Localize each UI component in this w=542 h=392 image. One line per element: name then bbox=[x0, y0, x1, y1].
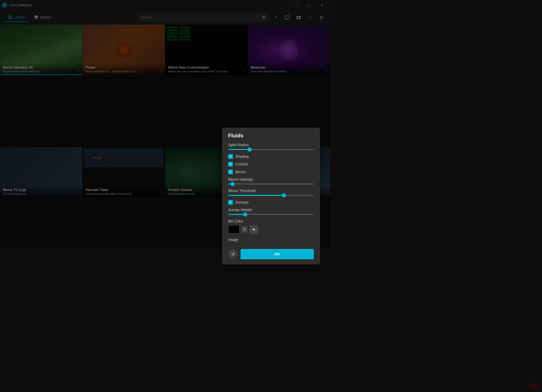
color-picker-btn[interactable]: ✒ bbox=[250, 225, 258, 233]
fluids-dialog: Fluids Splat Radius Shading Colorful Blo… bbox=[222, 128, 320, 247]
dialog-body: Splat Radius Shading Colorful Bloom Bloo… bbox=[222, 143, 320, 246]
label-0: Splat Radius bbox=[228, 143, 314, 147]
setting-sunray-weight: Sunray Weight bbox=[228, 208, 314, 215]
checkbox-box-1[interactable] bbox=[228, 154, 233, 159]
checkbox-label-1: Shading bbox=[235, 154, 249, 159]
modal-overlay[interactable]: Fluids Splat Radius Shading Colorful Blo… bbox=[0, 0, 330, 247]
label-4: Bloom Intensity bbox=[228, 177, 314, 181]
setting-image-label: Image bbox=[228, 238, 314, 242]
slider-track-7 bbox=[228, 214, 314, 215]
setting-sunrays[interactable]: Sunrays bbox=[228, 200, 314, 205]
setting-bg-color: BG Color ▾ ✒ bbox=[228, 219, 314, 233]
color-swatch[interactable] bbox=[228, 225, 240, 233]
dialog-title: Fluids bbox=[222, 128, 320, 143]
checkbox-label-6: Sunrays bbox=[235, 200, 249, 204]
slider-track-5 bbox=[228, 195, 314, 196]
label-7: Sunray Weight bbox=[228, 208, 314, 212]
slider-track-0 bbox=[228, 149, 314, 150]
label-5: Bloom Threshold bbox=[228, 189, 314, 193]
setting-bloom-intensity: Bloom Intensity bbox=[228, 177, 314, 185]
setting-shading[interactable]: Shading bbox=[228, 154, 314, 159]
setting-colorful[interactable]: Colorful bbox=[228, 162, 314, 166]
color-label: BG Color bbox=[228, 219, 314, 223]
checkbox-label-3: Bloom bbox=[235, 170, 246, 174]
setting-bloom[interactable]: Bloom bbox=[228, 170, 314, 174]
setting-splat-radius: Splat Radius bbox=[228, 143, 314, 150]
setting-bloom-threshold: Bloom Threshold bbox=[228, 189, 314, 196]
checkbox-box-2[interactable] bbox=[228, 162, 233, 166]
image-label: Image bbox=[228, 238, 314, 242]
color-row: ▾ ✒ bbox=[228, 225, 314, 233]
checkbox-label-2: Colorful bbox=[235, 162, 248, 166]
checkbox-box-3[interactable] bbox=[228, 170, 233, 174]
checkbox-box-6[interactable] bbox=[228, 200, 233, 205]
slider-track-4 bbox=[228, 184, 314, 185]
dialog-footer: ↺ OK bbox=[222, 246, 320, 247]
color-dropdown-btn[interactable]: ▾ bbox=[242, 226, 248, 232]
